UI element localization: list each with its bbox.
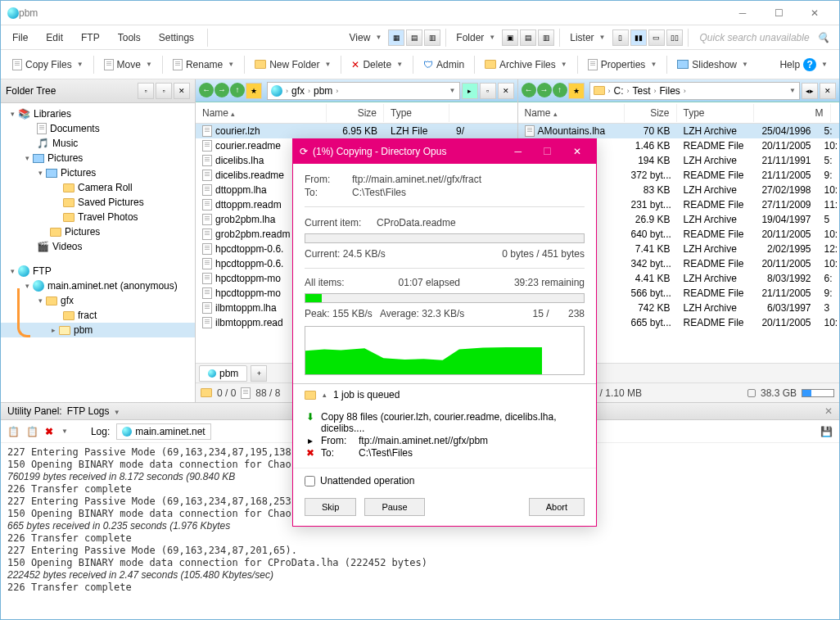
pictures-icon: [33, 154, 44, 163]
right-breadcrumb[interactable]: ›C: ›Test ›Files › ▼: [589, 82, 801, 100]
window-title: pbm: [19, 7, 725, 19]
nav-back[interactable]: ←: [199, 83, 214, 97]
tree-opt-2[interactable]: ▫: [156, 83, 172, 99]
log-save[interactable]: 💾: [820, 426, 833, 437]
menu-file[interactable]: File: [4, 29, 36, 47]
minimize-button[interactable]: ─: [725, 2, 761, 25]
lock-icon: [747, 389, 756, 397]
copy-files-button[interactable]: Copy Files▼: [7, 57, 88, 73]
admin-button[interactable]: 🛡Admin: [418, 57, 469, 73]
utility-close[interactable]: ✕: [824, 405, 833, 417]
folder-icon: [63, 198, 75, 207]
tree-opt-1[interactable]: ▫: [138, 83, 154, 99]
slideshow-button[interactable]: Slideshow▼: [672, 57, 753, 73]
ftp-host-icon: [33, 280, 44, 292]
view-dropdown[interactable]: View▼: [345, 29, 387, 46]
table-row[interactable]: courier.lzh6.95 KBLZH File9/: [196, 124, 517, 138]
new-folder-button[interactable]: New Folder▼: [250, 57, 336, 73]
folder-icon: [63, 311, 75, 320]
nav-fav[interactable]: ★: [568, 83, 585, 99]
pause-button[interactable]: Pause: [364, 498, 424, 516]
help-button[interactable]: Help?▼: [775, 56, 833, 74]
skip-button[interactable]: Skip: [305, 498, 356, 516]
nav-extra-1[interactable]: ◂▸: [802, 83, 818, 99]
folder-icon: [63, 213, 75, 222]
nav-extra-2[interactable]: ▫: [480, 83, 496, 99]
location-icon: [271, 85, 282, 97]
log-tool-1[interactable]: 📋: [7, 426, 20, 437]
lister-dropdown[interactable]: Lister▼: [565, 29, 610, 46]
nav-back[interactable]: ←: [522, 83, 536, 97]
all-progress: [305, 293, 585, 303]
abort-button[interactable]: Abort: [529, 498, 585, 516]
archive-button[interactable]: Archive Files▼: [480, 57, 572, 73]
menubar: File Edit FTP Tools Settings View▼ ▦ ▤ ▥…: [1, 25, 839, 50]
nav-extra-2[interactable]: ✕: [820, 83, 836, 99]
pictures-icon: [46, 169, 57, 178]
menu-settings[interactable]: Settings: [151, 29, 202, 47]
properties-button[interactable]: Properties▼: [583, 57, 662, 73]
nav-fwd[interactable]: →: [537, 83, 552, 97]
nav-fav[interactable]: ★: [246, 83, 262, 99]
nav-extra-3[interactable]: ✕: [498, 83, 514, 99]
left-columns[interactable]: Name ▴ Size Type: [196, 102, 517, 124]
queue-icon: [305, 391, 316, 400]
menu-ftp[interactable]: FTP: [73, 29, 108, 47]
table-row[interactable]: AMountains.lha70 KBLZH Archive25/04/1996…: [518, 124, 840, 138]
menu-edit[interactable]: Edit: [38, 29, 71, 47]
maximize-button[interactable]: ☐: [761, 2, 797, 25]
action-toolbar: Copy Files▼ Move▼ Rename▼ New Folder▼ ✕D…: [1, 50, 839, 79]
app-icon: [7, 7, 19, 19]
quick-search[interactable]: Quick search unavailable 🔍: [693, 29, 837, 47]
copy-dialog: ⟳ (1%) Copying - Directory Opus ─ ☐ ✕ Fr…: [292, 138, 597, 527]
view-mode-2[interactable]: ▤: [406, 29, 422, 46]
nav-up[interactable]: ↑: [553, 83, 567, 97]
log-host-dropdown[interactable]: main.aminet.net: [116, 423, 210, 440]
ftp-icon: [18, 265, 29, 277]
disk-usage-bar: [802, 389, 834, 397]
log-tool-2[interactable]: 📋: [26, 426, 38, 437]
view-mode-1[interactable]: ▦: [388, 29, 404, 46]
queue-header[interactable]: ▴ 1 job is queued: [293, 383, 596, 405]
close-button[interactable]: ✕: [797, 2, 833, 25]
utility-mode-dropdown[interactable]: FTP Logs ▼: [67, 405, 120, 417]
folder-dropdown[interactable]: Folder▼: [451, 29, 500, 46]
dialog-minimize[interactable]: ─: [506, 146, 530, 157]
tree-close[interactable]: ✕: [174, 83, 190, 99]
lister-opt-4[interactable]: ▯▯: [666, 29, 683, 46]
left-tab[interactable]: pbm: [199, 365, 247, 382]
lister-opt-2[interactable]: ▮▮: [630, 29, 647, 46]
left-navbar: ← → ↑ ★ ›gfx ›pbm › ▼ ▸ ▫ ✕: [196, 79, 517, 102]
menu-tools[interactable]: Tools: [110, 29, 149, 47]
nav-extra-1[interactable]: ▸: [462, 83, 478, 99]
unattended-row[interactable]: Unattended operation: [293, 468, 596, 493]
lister-opt-3[interactable]: ▭: [648, 29, 665, 46]
right-navbar: ← → ↑ ★ ›C: ›Test ›Files › ▼ ◂▸ ✕: [518, 79, 840, 102]
lister-opt-1[interactable]: ▯: [612, 29, 629, 46]
col-type: Type: [384, 104, 449, 122]
nav-up[interactable]: ↑: [230, 83, 245, 97]
view-mode-3[interactable]: ▥: [424, 29, 440, 46]
rename-button[interactable]: Rename▼: [168, 57, 239, 73]
delete-button[interactable]: ✕Delete▼: [346, 57, 408, 73]
right-columns[interactable]: Name ▴ Size Type M: [518, 102, 840, 124]
folder-tree-header: Folder Tree ▫ ▫ ✕: [1, 79, 195, 103]
left-tab-add[interactable]: +: [251, 365, 267, 382]
folder-icon: [50, 228, 61, 237]
nav-fwd[interactable]: →: [215, 83, 229, 97]
folder-icon: [201, 388, 212, 397]
folder-opt-2[interactable]: ▤: [520, 29, 536, 46]
col-type: Type: [677, 104, 754, 122]
folder-opt-3[interactable]: ▥: [538, 29, 554, 46]
dialog-close[interactable]: ✕: [565, 146, 589, 157]
folder-tree[interactable]: ▾📚Libraries Documents 🎵Music ▾Pictures ▾…: [1, 103, 195, 402]
dialog-icon: ⟳: [300, 146, 308, 157]
dialog-titlebar[interactable]: ⟳ (1%) Copying - Directory Opus ─ ☐ ✕: [293, 139, 596, 164]
unattended-checkbox[interactable]: [305, 476, 315, 486]
move-button[interactable]: Move▼: [99, 57, 157, 73]
folder-tree-panel: Folder Tree ▫ ▫ ✕ ▾📚Libraries Documents …: [1, 79, 196, 402]
log-clear[interactable]: ✖: [45, 426, 53, 437]
dialog-maximize[interactable]: ☐: [535, 146, 560, 157]
left-breadcrumb[interactable]: ›gfx ›pbm › ▼: [267, 82, 460, 100]
folder-opt-1[interactable]: ▣: [502, 29, 518, 46]
